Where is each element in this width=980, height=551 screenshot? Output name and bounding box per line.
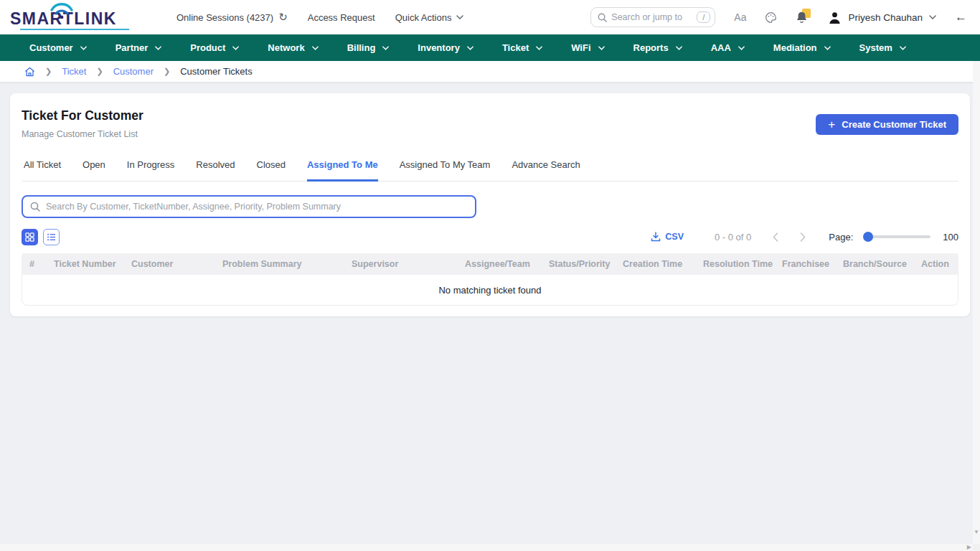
breadcrumb: ❯ Ticket ❯ Customer ❯ Customer Tickets xyxy=(0,61,980,83)
quick-actions-menu[interactable]: Quick Actions xyxy=(395,12,464,23)
table-column-header[interactable]: Status/Priority xyxy=(541,259,615,269)
refresh-icon[interactable]: ↻ xyxy=(278,11,288,24)
nav-menu-item[interactable]: Partner xyxy=(116,42,162,53)
nav-menu-item[interactable]: Network xyxy=(268,42,318,53)
tab[interactable]: Resolved xyxy=(196,155,235,182)
nav-menu-item[interactable]: Customer xyxy=(29,42,87,53)
page-size-slider[interactable] xyxy=(864,235,930,238)
nav-item-label: AAA xyxy=(711,42,731,53)
table-column-header[interactable]: Customer xyxy=(123,259,215,269)
create-customer-ticket-button[interactable]: + Create Customer Ticket xyxy=(816,114,958,135)
vertical-scrollbar[interactable]: ▼ xyxy=(973,61,980,544)
table-column-header[interactable]: # xyxy=(22,259,46,269)
ticket-search-field[interactable] xyxy=(22,195,476,218)
tab[interactable]: Open xyxy=(83,155,105,182)
nav-menu-item[interactable]: Product xyxy=(190,42,239,53)
search-icon xyxy=(30,202,40,212)
page-heading: Ticket For Customer Manage Customer Tick… xyxy=(22,108,143,139)
home-icon[interactable] xyxy=(24,67,35,77)
avatar xyxy=(828,11,842,24)
notifications-bell-icon[interactable] xyxy=(796,11,808,24)
plus-icon: + xyxy=(828,118,835,131)
pagination-range: 0 - 0 of 0 xyxy=(715,232,751,242)
tab[interactable]: Assigned To My Team xyxy=(400,155,491,182)
nav-menu-item[interactable]: Ticket xyxy=(502,42,542,53)
table-column-header[interactable]: Ticket Number xyxy=(46,259,123,269)
chevron-down-icon xyxy=(382,46,389,50)
nav-menu-item[interactable]: Reports xyxy=(633,42,682,53)
table-column-header[interactable]: Assignee/Team xyxy=(457,259,541,269)
global-search-input[interactable] xyxy=(611,12,683,22)
slider-thumb[interactable] xyxy=(863,232,873,242)
page-size-label: Page: xyxy=(829,232,853,242)
chevron-down-icon xyxy=(824,46,831,50)
breadcrumb-link-ticket[interactable]: Ticket xyxy=(62,66,86,77)
table-column-header[interactable]: Problem Summary xyxy=(215,259,344,269)
chevron-down-icon xyxy=(900,46,906,50)
tab-label: Assigned To Me xyxy=(307,159,378,170)
chevron-down-icon xyxy=(80,46,87,50)
font-size-toggle[interactable]: Aa xyxy=(734,11,746,23)
nav-menu-item[interactable]: WiFi xyxy=(571,42,604,53)
tab[interactable]: Assigned To Me xyxy=(307,155,378,182)
nav-item-label: WiFi xyxy=(571,42,590,53)
ticket-status-tabs: All Ticket Open In Progress Resolved Clo… xyxy=(22,155,958,182)
tab-label: Advance Search xyxy=(512,159,580,170)
empty-state-row: No matching ticket found xyxy=(22,275,958,306)
table-column-header[interactable]: Creation Time xyxy=(615,259,695,269)
page-size-value: 100 xyxy=(943,232,958,242)
list-icon xyxy=(47,232,56,242)
download-icon xyxy=(651,232,661,242)
list-view-toggle[interactable] xyxy=(43,229,60,245)
user-menu[interactable]: Priyesh Chauhan xyxy=(828,11,936,24)
online-sessions-link[interactable]: Online Sessions (4237) ↻ xyxy=(176,11,288,24)
scroll-right-arrow-icon[interactable]: ▶ xyxy=(967,544,971,550)
grid-icon xyxy=(25,232,34,242)
table-toolbar: CSV 0 - 0 of 0 Page: 100 xyxy=(22,227,958,246)
access-request-link[interactable]: Access Request xyxy=(308,12,375,23)
nav-item-label: Mediation xyxy=(773,42,817,53)
chevron-down-icon xyxy=(312,46,319,50)
grid-view-toggle[interactable] xyxy=(22,229,38,245)
table-column-header[interactable]: Resolution Time xyxy=(695,259,774,269)
tab-label: All Ticket xyxy=(24,159,61,170)
smartlink-logo[interactable]: SMARTLINK xyxy=(10,3,132,32)
tab[interactable]: All Ticket xyxy=(24,155,61,182)
horizontal-scrollbar[interactable]: ▶ xyxy=(0,544,973,551)
table-column-header[interactable]: Action xyxy=(913,259,958,269)
next-page-button[interactable] xyxy=(800,232,806,242)
nav-menu-item[interactable]: Inventory xyxy=(418,42,473,53)
tab[interactable]: In Progress xyxy=(127,155,174,182)
chevron-down-icon xyxy=(929,15,936,19)
create-button-label: Create Customer Ticket xyxy=(842,119,946,130)
main-navigation: Customer Partner Product Network Billing… xyxy=(0,34,980,61)
nav-item-label: Product xyxy=(190,42,225,53)
table-column-header[interactable]: Branch/Source xyxy=(835,259,913,269)
breadcrumb-separator: ❯ xyxy=(45,67,52,76)
csv-export-button[interactable]: CSV xyxy=(651,232,684,242)
prev-page-button[interactable] xyxy=(773,232,778,242)
tab[interactable]: Closed xyxy=(257,155,286,182)
table-column-header[interactable]: Supervisor xyxy=(344,259,457,269)
nav-menu-item[interactable]: System xyxy=(859,42,906,53)
scroll-down-arrow-icon[interactable]: ▼ xyxy=(974,529,979,535)
nav-item-label: Billing xyxy=(347,42,376,53)
access-request-label: Access Request xyxy=(308,12,375,23)
tab-label: Open xyxy=(83,159,105,170)
ticket-search-input[interactable] xyxy=(46,202,468,212)
back-arrow-icon[interactable]: ← xyxy=(955,10,967,24)
theme-palette-icon[interactable] xyxy=(765,11,777,24)
breadcrumb-link-customer[interactable]: Customer xyxy=(113,66,154,77)
table-column-header[interactable]: Franchisee xyxy=(774,259,835,269)
nav-item-label: Reports xyxy=(633,42,669,53)
global-search[interactable]: / xyxy=(590,7,715,27)
chevron-down-icon xyxy=(155,46,161,50)
nav-menu-item[interactable]: Billing xyxy=(347,42,390,53)
tab[interactable]: Advance Search xyxy=(512,155,580,182)
top-header: SMARTLINK Online Sessions (4237) ↻ Acces… xyxy=(0,0,980,34)
ticket-list-card: Ticket For Customer Manage Customer Tick… xyxy=(10,93,970,316)
nav-item-label: Ticket xyxy=(502,42,529,53)
nav-menu-item[interactable]: AAA xyxy=(711,42,745,53)
nav-menu-item[interactable]: Mediation xyxy=(773,42,831,53)
nav-item-label: Network xyxy=(268,42,304,53)
